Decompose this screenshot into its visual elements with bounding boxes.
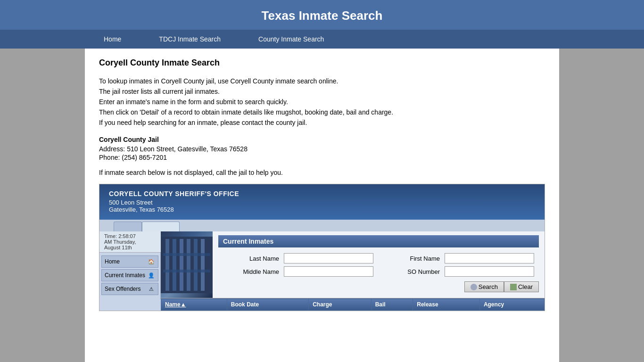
desc-line-4: Then click on 'Detail' of a record to ob… — [99, 108, 545, 116]
table-header-row: Name▲ Book Date Charge Bail Release Agen… — [161, 299, 545, 311]
time-line1: Time: 2:58:07 — [104, 233, 156, 239]
col-release: Release — [413, 299, 480, 311]
site-header: Texas Inmate Search — [0, 0, 644, 30]
svg-rect-3 — [180, 239, 183, 291]
site-title: Texas Inmate Search — [262, 8, 383, 23]
left-sidebar: Home 🏠 Current Inmates 👤 Sex Offenders ⚠ — [99, 253, 161, 299]
time-bar: Time: 2:58:07 AM Thursday, August 11th — [99, 231, 161, 253]
sheriff-header: CORYELL COUNTY SHERIFF'S OFFICE 500 Leon… — [99, 184, 545, 220]
first-name-label: First Name — [383, 255, 440, 262]
app-wrapper: Texas Inmate Search Home TDCJ Inmate Sea… — [0, 0, 644, 362]
desc-line-3: Enter an inmate's name in the form and s… — [99, 98, 545, 106]
svg-rect-2 — [173, 239, 176, 291]
svg-rect-7 — [163, 253, 210, 256]
inner-tab-active[interactable] — [142, 222, 180, 231]
svg-rect-6 — [201, 239, 205, 291]
desc-line-1: To lookup inmates in Coryell County jail… — [99, 77, 545, 85]
time-line2: AM Thursday, — [104, 239, 156, 245]
sheriff-office-name: CORYELL COUNTY SHERIFF'S OFFICE — [109, 190, 535, 197]
search-button[interactable]: Search — [464, 281, 504, 292]
nav-tdcj[interactable]: TDCJ Inmate Search — [140, 30, 239, 49]
nav-search-area: Time: 2:58:07 AM Thursday, August 11th H… — [99, 231, 545, 311]
desc-line-5: If you need help searching for an inmate… — [99, 119, 545, 126]
results-table: Name▲ Book Date Charge Bail Release Agen… — [161, 298, 545, 311]
results-table-area: Name▲ Book Date Charge Bail Release Agen… — [161, 298, 545, 311]
inner-tab-blank[interactable] — [114, 222, 142, 231]
col-bail: Bail — [371, 299, 413, 311]
embedded-section: CORYELL COUNTY SHERIFF'S OFFICE 500 Leon… — [99, 184, 545, 311]
jail-address: Address: 510 Leon Street, Gatesville, Te… — [99, 145, 545, 153]
svg-rect-1 — [165, 239, 169, 291]
buttons-row: Search Clear — [218, 281, 539, 292]
search-icon — [471, 284, 477, 290]
desc-line-2: The jail roster lists all current jail i… — [99, 88, 545, 95]
col-name-link[interactable]: Name▲ — [165, 301, 186, 308]
clear-button[interactable]: Clear — [504, 281, 539, 292]
note-text: If inmate search below is not displayed,… — [99, 169, 545, 176]
nav-county[interactable]: County Inmate Search — [239, 30, 343, 49]
nav-home[interactable]: Home — [85, 30, 140, 49]
first-name-input[interactable] — [445, 253, 534, 263]
jail-info-section: Coryell County Jail Address: 510 Leon St… — [99, 136, 545, 161]
sidebar-current-inmates-label: Current Inmates — [105, 272, 145, 279]
inmates-icon: 👤 — [148, 272, 155, 279]
svg-rect-8 — [163, 270, 210, 272]
last-name-input[interactable] — [284, 253, 373, 263]
so-number-label: SO Number — [383, 268, 440, 275]
clear-icon — [510, 284, 517, 290]
col-agency: Agency — [479, 299, 544, 311]
sidebar-current-inmates[interactable]: Current Inmates 👤 — [101, 269, 158, 281]
col-charge: Charge — [309, 299, 371, 311]
search-form: Last Name First Name Middle Name SO Numb… — [218, 251, 539, 294]
jail-phone: Phone: (254) 865-7201 — [99, 154, 545, 161]
inner-tabs — [99, 220, 545, 231]
clear-button-label: Clear — [518, 283, 533, 290]
current-inmates-header: Current Inmates — [218, 235, 539, 247]
middle-name-label: Middle Name — [218, 268, 279, 275]
so-number-input[interactable] — [445, 266, 534, 277]
main-nav: Home TDCJ Inmate Search County Inmate Se… — [0, 30, 644, 49]
search-button-label: Search — [479, 283, 498, 290]
last-name-label: Last Name — [218, 255, 279, 262]
jail-name: Coryell County Jail — [99, 136, 545, 143]
svg-rect-4 — [187, 239, 190, 291]
sidebar-sex-offenders-label: Sex Offenders — [105, 286, 141, 292]
sidebar-home[interactable]: Home 🏠 — [101, 255, 158, 268]
svg-rect-5 — [194, 239, 198, 291]
main-panel: Current Inmates Last Name First Name Mid… — [161, 231, 545, 311]
jail-image — [161, 231, 213, 298]
middle-name-input[interactable] — [284, 266, 373, 277]
time-line3: August 11th — [104, 245, 156, 250]
sheriff-city: Gatesville, Texas 76528 — [109, 206, 535, 213]
offenders-icon: ⚠ — [148, 285, 155, 293]
home-icon: 🏠 — [148, 258, 155, 265]
col-name[interactable]: Name▲ — [161, 299, 227, 311]
col-book-date: Book Date — [227, 299, 308, 311]
sidebar-sex-offenders[interactable]: Sex Offenders ⚠ — [101, 283, 158, 295]
main-content: Coryell County Inmate Search To lookup i… — [85, 49, 559, 362]
sheriff-street: 500 Leon Street — [109, 199, 535, 206]
form-section: Current Inmates Last Name First Name Mid… — [213, 231, 545, 298]
sidebar-home-label: Home — [105, 258, 120, 265]
page-title: Coryell County Inmate Search — [99, 58, 545, 68]
content-top: Current Inmates Last Name First Name Mid… — [161, 231, 545, 298]
